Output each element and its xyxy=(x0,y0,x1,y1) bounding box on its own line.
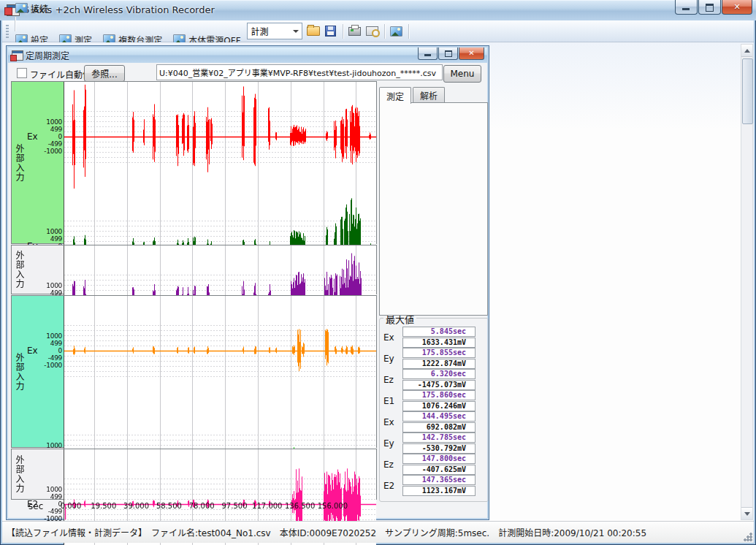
toolbar-grip[interactable] xyxy=(6,25,9,38)
max-voltage-field: 1123.167mV xyxy=(402,486,476,496)
file-row: ファイル自動保存 参照... Menu xyxy=(8,63,487,82)
print-preview-icon xyxy=(366,26,378,36)
browse-button[interactable]: 参照... xyxy=(84,65,125,82)
child-minimize-button[interactable] xyxy=(418,47,438,60)
measure-tab-page xyxy=(379,102,488,316)
max-values-groupbox: 最大値 Ex 5.845sec 1633.431mV Ey 175.855sec… xyxy=(379,318,489,502)
mode-select[interactable]: 計測 xyxy=(247,23,302,39)
max-time-field: 175.855sec xyxy=(402,348,476,358)
max-channel-label: E2 xyxy=(382,481,402,491)
y-tick-label: 0 xyxy=(58,133,62,140)
waveform-plot xyxy=(64,82,376,191)
max-channel-label: Ey xyxy=(382,354,402,364)
toolbar-button-label: 接続 xyxy=(31,2,48,15)
x-tick-label: 117.000 xyxy=(252,502,282,510)
y-tick-label: 499 xyxy=(50,340,62,347)
minimize-icon xyxy=(682,8,690,10)
y-tick-label: -1000 xyxy=(44,148,62,155)
menu-button[interactable]: Menu xyxy=(443,65,481,83)
print-button[interactable] xyxy=(346,23,364,39)
maximize-icon xyxy=(706,4,714,12)
restore-icon xyxy=(445,50,452,57)
y-tick-label: 1000 xyxy=(46,118,62,126)
max-channel-label: E1 xyxy=(382,396,402,406)
arrow-down-icon xyxy=(744,512,750,516)
print-preview-button[interactable] xyxy=(364,23,381,39)
status-text: 【読込ファイル情報・計測データ】 ファイル名:test004_No1.csv 本… xyxy=(7,526,646,538)
autosave-checkbox[interactable] xyxy=(17,68,27,78)
minimize-icon xyxy=(424,54,431,56)
max-channel-label: Ey xyxy=(382,438,402,449)
tab-analyze[interactable]: 解析 xyxy=(413,87,445,102)
waveform-plot xyxy=(64,296,376,405)
y-tick-label: -1000 xyxy=(44,362,62,369)
channel-group: 外部入力 Ex 10004990-499-1000 Ey 10004990-49… xyxy=(11,81,377,244)
vertical-scrollbar[interactable] xyxy=(741,44,753,520)
scroll-up-button[interactable] xyxy=(741,45,752,57)
child-titlebar: 定周期測定 ✕ xyxy=(8,47,487,63)
toolbar-button[interactable]: 接続 xyxy=(12,0,52,17)
y-tick-label: -499 xyxy=(48,354,62,362)
child-restore-button[interactable] xyxy=(438,47,458,60)
save-button[interactable] xyxy=(322,23,340,39)
scroll-down-button[interactable] xyxy=(741,507,752,519)
max-value-row: E2 147.365sec 1123.167mV xyxy=(382,475,486,496)
channel-label: Ex xyxy=(27,82,44,191)
x-tick-label: 58.500 xyxy=(156,502,182,510)
toolbar: 接続 設定 測定 複数台測定 本体電源OFF 計測 xyxy=(2,20,754,42)
max-value-row: Ey 175.855sec 1222.874mV xyxy=(382,348,486,369)
max-time-field: 144.495sec xyxy=(402,411,476,422)
chevron-down-icon xyxy=(291,23,302,39)
x-tick-label: 136.500 xyxy=(285,502,315,510)
max-time-field: 142.785sec xyxy=(402,432,476,443)
x-tick-label: 78.000 xyxy=(189,502,215,510)
max-value-row: Ex 5.845sec 1633.431mV xyxy=(382,327,486,348)
max-channel-label: Ex xyxy=(382,332,402,343)
status-bar: 【読込ファイル情報・計測データ】 ファイル名:test004_No1.csv 本… xyxy=(2,521,754,543)
y-tick-label: -499 xyxy=(48,140,62,148)
child-window-icon xyxy=(12,50,23,61)
minimize-button[interactable] xyxy=(675,0,698,15)
y-tick-label: 499 xyxy=(50,493,62,500)
file-path-input[interactable] xyxy=(156,64,443,80)
max-channel-label: Ex xyxy=(382,417,402,427)
child-close-button[interactable]: ✕ xyxy=(459,47,484,60)
x-axis: sec 0.00019.50039.00058.50078.00097.5001… xyxy=(11,501,377,511)
mode-select-value: 計測 xyxy=(248,25,291,37)
close-icon: ✕ xyxy=(459,49,484,57)
max-channel-label: Ez xyxy=(382,375,402,385)
y-tick-label: 1000 xyxy=(46,282,62,289)
image-button[interactable] xyxy=(388,23,405,39)
max-value-row: Ez 6.320sec -1475.073mV xyxy=(382,369,486,390)
max-time-field: 147.365sec xyxy=(402,475,476,485)
close-button[interactable]: ✕ xyxy=(722,0,752,15)
resize-grip[interactable] xyxy=(744,533,752,541)
max-value-row: Ex 144.495sec 692.082mV xyxy=(382,411,486,432)
waveform-charts: 外部入力 Ex 10004990-499-1000 Ey 10004990-49… xyxy=(11,81,377,500)
group-label: 外部入力 xyxy=(12,82,27,243)
save-icon xyxy=(325,26,336,37)
tab-measure[interactable]: 測定 xyxy=(379,87,411,104)
maximize-button[interactable] xyxy=(698,0,721,15)
child-window-title: 定周期測定 xyxy=(26,49,69,61)
main-window: 6 Axis +2ch Wireless Vibration Recorder … xyxy=(0,0,756,545)
scrollbar-thumb[interactable] xyxy=(742,58,753,124)
open-file-button[interactable] xyxy=(305,23,322,39)
channel-row: Ex 10004990-499-1000 xyxy=(27,296,376,405)
group-label-text: 外部入力 xyxy=(13,144,26,182)
group-label-text: 外部入力 xyxy=(13,353,26,391)
max-time-field: 147.800sec xyxy=(402,454,476,464)
group-label-text: 外部入力 xyxy=(13,251,26,289)
group-label-text: 外部入力 xyxy=(13,455,26,493)
y-tick-label: 499 xyxy=(50,235,62,243)
max-value-row: E1 175.860sec 1076.246mV xyxy=(382,390,486,411)
max-value-row: Ez 147.800sec -407.625mV xyxy=(382,454,486,475)
open-file-icon xyxy=(307,26,320,36)
x-tick-label: 39.000 xyxy=(123,502,149,510)
max-voltage-field: -1475.073mV xyxy=(402,380,476,390)
max-voltage-field: -530.792mV xyxy=(402,443,476,454)
y-tick-label: 1000 xyxy=(46,228,62,235)
y-tick-label: 0 xyxy=(58,347,62,354)
group-label: 外部入力 xyxy=(12,449,27,499)
close-icon: ✕ xyxy=(722,2,752,12)
